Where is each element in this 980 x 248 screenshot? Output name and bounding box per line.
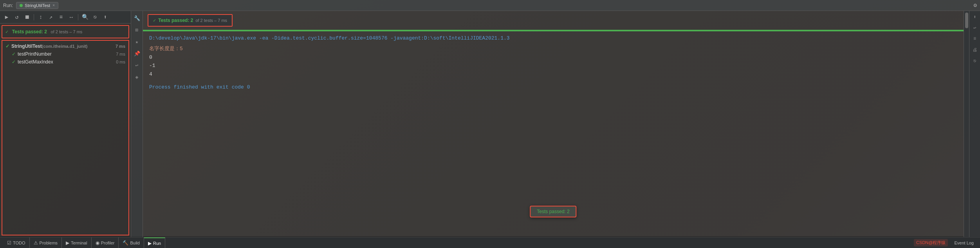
terminal-icon: ▶ — [66, 240, 69, 246]
action-btn-3[interactable]: ≡ — [971, 34, 979, 43]
tab-dot — [20, 4, 23, 7]
parent-test-detail: (com.itheima.d1_junit) — [42, 44, 88, 49]
check-icon: ✓ — [5, 29, 8, 35]
rerun-button[interactable]: ↺ — [13, 13, 21, 22]
right-panel: ✓ Tests passed: 2 of 2 tests – 7 ms D:\d… — [143, 11, 980, 237]
tests-passed-header: ✓ Tests passed: 2 of 2 tests – 7 ms — [2, 25, 129, 38]
profiler-icon: ◉ — [96, 240, 99, 246]
tests-passed-text: Tests passed: 2 — [12, 29, 47, 34]
status-bar: ☑ TODO ⚠ Problems ▶ Terminal ◉ Profiler … — [0, 237, 980, 248]
right-actions: ⬆ ↩ ≡ 🖨 ⎋ — [969, 11, 980, 237]
child1-test-name: testPrintNumber — [18, 51, 52, 57]
child1-test-time: 7 ms — [116, 52, 125, 56]
run-tab[interactable]: StringUtilTest × — [16, 2, 58, 9]
action-btn-2[interactable]: ↩ — [971, 24, 979, 32]
output-passed-detail: of 2 tests – 7 ms — [195, 18, 227, 23]
search-button[interactable]: 🔍 — [81, 13, 89, 22]
status-run[interactable]: ▶ Run — [144, 237, 165, 248]
test-toolbar: ▶ ↺ ⏹ ↕ ↗ ≡ ↔ 🔍 ⎋ ⬆ — [0, 11, 131, 24]
output-check-icon: ✓ — [153, 18, 156, 24]
problems-icon: ⚠ — [34, 240, 38, 246]
build-label: Build — [130, 241, 139, 245]
run-status-icon: ▶ — [148, 241, 152, 246]
run-tests-button[interactable]: ▶ — [2, 13, 11, 22]
output-toolbar: ✓ Tests passed: 2 of 2 tests – 7 ms — [143, 11, 964, 30]
build-icon: 🔨 — [123, 240, 128, 246]
output-line-4: 4 — [149, 71, 957, 79]
run-label: Run: — [3, 3, 13, 8]
todo-icon: ☑ — [7, 240, 11, 246]
sidebar-bookmark-icon[interactable]: ★ — [133, 38, 141, 46]
ide-container: Run: StringUtilTest × ⚙ ▶ ↺ ⏹ ↕ ↗ ≡ ↔ 🔍 — [0, 0, 980, 248]
sidebar-coverage-icon[interactable]: ◈ — [133, 73, 141, 81]
todo-label: TODO — [13, 241, 25, 245]
toolbar-sep-2 — [78, 14, 78, 20]
tab-name: StringUtilTest — [25, 3, 50, 8]
action-btn-4[interactable]: 🖨 — [971, 45, 979, 54]
output-line-0: 0 — [149, 54, 957, 62]
gear-icon[interactable]: ⚙ — [974, 2, 977, 9]
status-terminal[interactable]: ▶ Terminal — [62, 237, 92, 248]
output-line-neg1: -1 — [149, 62, 957, 70]
tests-detail: of 2 tests – 7 ms — [51, 29, 83, 34]
output-area: ✓ Tests passed: 2 of 2 tests – 7 ms D:\d… — [143, 11, 964, 237]
problems-label: Problems — [40, 241, 58, 245]
sidebar-wrench-icon[interactable]: 🔧 — [133, 14, 141, 23]
child2-test-name: testGetMaxIndex — [18, 59, 53, 65]
status-todo[interactable]: ☑ TODO — [3, 237, 30, 248]
output-tests-passed-box: ✓ Tests passed: 2 of 2 tests – 7 ms — [148, 14, 233, 27]
left-panel: ▶ ↺ ⏹ ↕ ↗ ≡ ↔ 🔍 ⎋ ⬆ ✓ Tests passed: 2 of… — [0, 11, 131, 237]
tab-close-icon[interactable]: × — [52, 3, 55, 7]
sidebar-structure-icon[interactable]: ⊞ — [133, 26, 141, 34]
filter-button[interactable]: ≡ — [57, 13, 65, 22]
expand-button[interactable]: ↔ — [67, 13, 76, 22]
sort-button[interactable]: ↕ — [36, 13, 45, 22]
scroll-thumb[interactable] — [965, 13, 968, 28]
parent-check-icon: ✓ — [5, 43, 9, 49]
tests-passed-popup: Tests passed: 2 — [530, 206, 576, 217]
test-item-child-2[interactable]: ✓ testGetMaxIndex 0 ms — [2, 58, 128, 66]
export-button[interactable]: ⎋ — [91, 13, 99, 22]
status-problems[interactable]: ⚠ Problems — [30, 237, 62, 248]
parent-test-time: 7 ms — [116, 44, 125, 49]
top-toolbar: Run: StringUtilTest × ⚙ — [0, 0, 980, 11]
status-build[interactable]: 🔨 Build — [119, 237, 144, 248]
stop-button[interactable]: ⏹ — [23, 13, 31, 22]
test-tree: ✓ StringUtilTest (com.itheima.d1_junit) … — [2, 40, 129, 235]
parent-test-name: StringUtilTest — [11, 43, 42, 49]
action-btn-1[interactable]: ⬆ — [971, 13, 979, 21]
child1-check-icon: ✓ — [12, 51, 16, 57]
cmd-line: D:\develop\Java\jdk-17\bin\java.exe -ea … — [149, 34, 957, 43]
test-item-parent[interactable]: ✓ StringUtilTest (com.itheima.d1_junit) … — [2, 42, 128, 50]
toolbar-sep-1 — [34, 14, 34, 20]
output-line-chinese: 名字长度是：5 — [149, 45, 957, 53]
test-item-child-1[interactable]: ✓ testPrintNumber 7 ms — [2, 50, 128, 58]
status-profiler[interactable]: ◉ Profiler — [92, 237, 119, 248]
event-log-button[interactable]: Event Log — [951, 241, 977, 245]
run-status-label: Run — [153, 241, 161, 246]
child2-test-time: 0 ms — [116, 60, 125, 64]
left-sidebar: 🔧 ⊞ ★ 📌 ↩ ◈ — [131, 11, 143, 237]
profiler-label: Profiler — [101, 241, 115, 245]
import-button[interactable]: ⬆ — [101, 13, 110, 22]
csdn-badge: CSDN@程序猿 — [914, 239, 948, 246]
status-right: CSDN@程序猿 Event Log — [914, 239, 977, 246]
popup-text: Tests passed: 2 — [537, 209, 569, 214]
process-finished-line: Process finished with exit code 0 — [149, 83, 957, 92]
output-passed-text: Tests passed: 2 — [158, 18, 193, 23]
action-btn-5[interactable]: ⎋ — [971, 56, 979, 65]
child2-check-icon: ✓ — [12, 59, 16, 65]
right-scrollbar[interactable] — [964, 11, 969, 237]
main-content: ▶ ↺ ⏹ ↕ ↗ ≡ ↔ 🔍 ⎋ ⬆ ✓ Tests passed: 2 of… — [0, 11, 980, 237]
terminal-label: Terminal — [71, 241, 87, 245]
sidebar-back-icon[interactable]: ↩ — [133, 61, 141, 70]
sidebar-pin-icon[interactable]: 📌 — [133, 49, 141, 58]
sort-asc-button[interactable]: ↗ — [47, 13, 55, 22]
